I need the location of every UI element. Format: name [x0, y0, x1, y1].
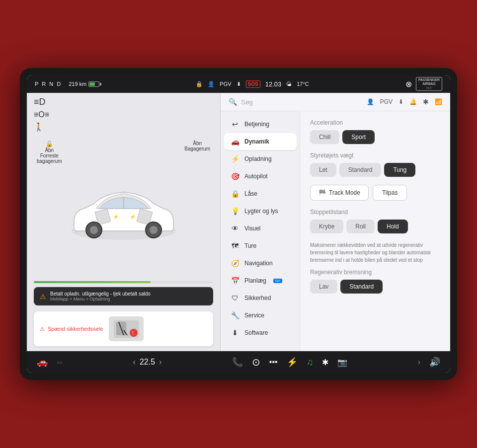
alert-banner[interactable]: ⚠ Betalt opladn. utilgængelig - tjek ube… — [34, 287, 213, 305]
top-bar-left: P R N D 219 km — [35, 81, 99, 87]
icon-row-3: 🚶 — [34, 122, 213, 132]
search-user-icon: 👤 — [367, 98, 374, 105]
ture-label: Ture — [244, 242, 256, 249]
temp-right-chevron[interactable]: › — [159, 358, 161, 367]
bluetooth-bottom-icon[interactable]: ✱ — [322, 358, 328, 367]
volume-icon[interactable]: 🔊 — [429, 357, 440, 368]
range-text: 219 km — [69, 81, 86, 87]
sidebar-item-betjening[interactable]: ↩ Betjening — [224, 116, 297, 133]
chill-button[interactable]: Chill — [310, 130, 339, 144]
phone-icon[interactable]: 📞 — [232, 357, 243, 368]
track-mode-label: Track Mode — [329, 189, 360, 196]
left-panel-icons: ≡D ≡O≡ 🚶 — [27, 93, 220, 136]
krybe-button[interactable]: Krybe — [310, 220, 343, 233]
open-frunk-button[interactable]: 🔓 Åbn Forreste bagagerum — [37, 141, 62, 164]
search-download-icon: ⬇ — [398, 98, 403, 105]
search-signal-icon: 📶 — [435, 98, 442, 105]
camera-icon[interactable]: 📷 — [337, 358, 347, 367]
bottom-bar: 🚗 ○○ ‹ 22.5 › 📞 ⊙ ••• ⚡ ♫ ✱ 📷 › 🔊 — [27, 351, 450, 373]
temp-left-chevron[interactable]: ‹ — [133, 358, 136, 367]
user-icon: 👤 — [208, 81, 215, 87]
laase-label: Låse — [244, 190, 257, 197]
service-label: Service — [244, 312, 264, 319]
sidebar-item-laase[interactable]: 🔒 Låse — [224, 185, 297, 202]
right-panel: 🔍 Søg 👤 PGV ⬇ 🔔 ✱ 📶 — [221, 93, 450, 351]
more-dots-icon[interactable]: ••• — [269, 358, 278, 367]
climate-icon[interactable]: ≡D — [34, 97, 46, 107]
track-mode-button[interactable]: 🏁 Track Mode — [310, 185, 369, 201]
apps-icon[interactable]: ⚡ — [287, 357, 298, 368]
left-panel: ≡D ≡O≡ 🚶 🔓 Åbn Forreste — [27, 93, 221, 351]
search-bar: 🔍 Søg 👤 PGV ⬇ 🔔 ✱ 📶 — [221, 93, 450, 111]
icon-row-1: ≡D — [34, 97, 213, 107]
search-input-area[interactable]: 🔍 Søg — [229, 98, 367, 106]
stop-mode-buttons: Krybe Roll Hold — [310, 220, 440, 233]
hold-button[interactable]: Hold — [378, 220, 408, 233]
standard-steering-button[interactable]: Standard — [339, 163, 382, 177]
circle-dot-icon[interactable]: ⊙ — [252, 356, 260, 368]
let-button[interactable]: Let — [310, 163, 336, 177]
sidebar-item-software[interactable]: ⬇ Software — [224, 324, 297, 341]
sidebar-item-planlaeg[interactable]: 📅 Planlæg NY — [224, 272, 297, 289]
person-icon[interactable]: 🚶 — [34, 122, 44, 132]
right-chevron-icon[interactable]: › — [418, 358, 420, 367]
sidebar-item-sikkerhed[interactable]: 🛡 Sikkerhed — [224, 290, 297, 306]
open-trunk-button[interactable]: Åbn Bagagerum — [184, 141, 210, 151]
settings-body: ↩ Betjening 🚗 Dynamik ⚡ Opladning 🎯 — [221, 111, 450, 351]
charge-progress-fill — [34, 281, 151, 283]
settings-content: Acceleration Chill Sport Styretøjets væg… — [300, 111, 450, 351]
svg-text:⚡: ⚡ — [113, 214, 119, 220]
bottom-center-icons: 📞 ⊙ ••• ⚡ ♫ ✱ 📷 — [232, 356, 347, 368]
track-mode-row: 🏁 Track Mode Tilpas — [310, 185, 440, 201]
alert-sub-text: Mobilapp > Menu > Opladning — [50, 297, 151, 301]
standard-regen-button[interactable]: Standard — [340, 280, 383, 294]
car-svg: ⚡ ⚡ — [59, 166, 188, 251]
open-frunk-label3: bagagerum — [37, 158, 62, 164]
search-right-icons: 👤 PGV ⬇ 🔔 ✱ 📶 — [367, 98, 442, 106]
navigation-icon: 🧭 — [231, 259, 239, 267]
seatbelt-warning-icon: ⚠ — [40, 326, 45, 332]
settings-sidebar: ↩ Betjening 🚗 Dynamik ⚡ Opladning 🎯 — [221, 111, 300, 351]
sidebar-item-lygter[interactable]: 💡 Lygter og lys — [224, 203, 297, 220]
alert-icon: ⚠ — [40, 293, 46, 300]
sidebar-item-service[interactable]: 🔧 Service — [224, 307, 297, 324]
battery-fill — [89, 82, 95, 86]
sidebar-item-opladning[interactable]: ⚡ Opladning — [224, 150, 297, 167]
svg-point-10 — [130, 329, 138, 337]
laase-icon: 🔒 — [231, 190, 239, 198]
search-bluetooth-icon[interactable]: ✱ — [423, 98, 429, 106]
main-layout: ≡D ≡O≡ 🚶 🔓 Åbn Forreste — [27, 93, 450, 351]
roll-button[interactable]: Roll — [346, 220, 375, 233]
bottom-right-icons: › 🔊 — [418, 357, 440, 368]
regen-section: Regenerativ bremsning Lav Standard — [310, 269, 440, 294]
planlaeg-label: Planlæg — [244, 277, 266, 284]
lav-button[interactable]: Lav — [310, 280, 337, 294]
sidebar-item-visuel[interactable]: 👁 Visuel — [224, 220, 297, 237]
download-icon-top: ⬇ — [237, 81, 241, 87]
spotify-icon[interactable]: ♫ — [307, 357, 314, 368]
autopilot-icon: 🎯 — [231, 172, 239, 180]
fan-icon[interactable]: ≡O≡ — [34, 110, 49, 119]
sidebar-item-dynamik[interactable]: 🚗 Dynamik — [224, 133, 297, 150]
sikkerhed-icon: 🛡 — [231, 294, 239, 302]
sidebar-item-autopilot[interactable]: 🎯 Autopilot — [224, 168, 297, 185]
sidebar-item-ture[interactable]: 🗺 Ture — [224, 237, 297, 254]
svg-rect-9 — [116, 322, 126, 327]
search-bell-icon[interactable]: 🔔 — [409, 98, 417, 105]
planlaeg-icon: 📅 — [231, 277, 239, 285]
top-bar-center: 🔒 👤 PGV ⬇ SOS 12.03 🌤 17°C — [196, 80, 309, 88]
autopilot-label: Autopilot — [244, 173, 268, 180]
steering-buttons: Let Standard Tung — [310, 163, 440, 177]
lygter-label: Lygter og lys — [244, 208, 278, 215]
open-frunk-label: Åbn — [37, 148, 62, 153]
betjening-icon: ↩ — [231, 120, 239, 128]
sidebar-item-navigation[interactable]: 🧭 Navigation — [224, 255, 297, 272]
bottom-car-icon[interactable]: 🚗 — [37, 357, 48, 368]
search-icon: 🔍 — [229, 98, 237, 106]
bottom-left-icons: 🚗 ○○ — [37, 357, 63, 368]
stop-mode-title: Stoppetilstand — [310, 209, 440, 216]
tung-button[interactable]: Tung — [384, 163, 415, 177]
sport-button[interactable]: Sport — [342, 130, 375, 144]
steering-section: Styretøjets vægt Let Standard Tung — [310, 152, 440, 177]
tilpas-button[interactable]: Tilpas — [373, 185, 407, 201]
